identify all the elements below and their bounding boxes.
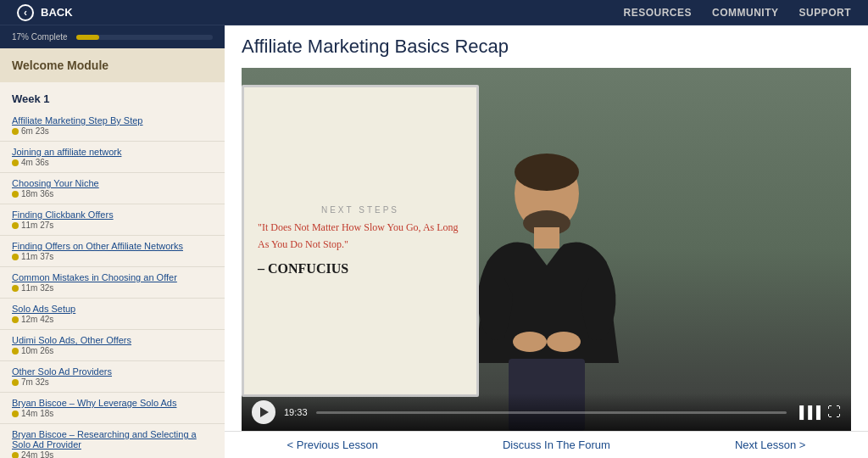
- lesson-duration: 24m 19s: [21, 450, 53, 458]
- list-item[interactable]: Other Solo Ad Providers 7m 32s: [0, 361, 225, 393]
- lesson-duration: 11m 32s: [21, 283, 53, 293]
- lesson-name: Other Solo Ad Providers: [12, 366, 213, 377]
- svg-point-8: [513, 332, 547, 352]
- lesson-meta: 18m 36s: [12, 189, 213, 198]
- instructor-figure: [453, 142, 640, 431]
- resources-link[interactable]: RESOURCES: [623, 7, 692, 19]
- back-button[interactable]: ‹ BACK: [17, 4, 73, 21]
- page-title: Affiliate Marketing Basics Recap: [242, 36, 851, 58]
- video-progress-track[interactable]: [316, 411, 787, 414]
- lesson-dot-icon: [12, 348, 19, 355]
- lesson-dot-icon: [12, 285, 19, 292]
- list-item[interactable]: Bryan Biscoe – Why Leverage Solo Ads 14m…: [0, 393, 225, 424]
- lesson-duration: 18m 36s: [21, 189, 53, 198]
- list-item[interactable]: Choosing Your Niche 18m 36s: [0, 173, 225, 204]
- play-button[interactable]: [252, 400, 275, 424]
- progress-bar-bg: [76, 35, 213, 40]
- main-layout: 17% Complete Welcome Module Week 1 Affil…: [0, 25, 868, 458]
- lesson-duration: 6m 23s: [21, 126, 49, 136]
- list-item[interactable]: Finding Clickbank Offers 11m 27s: [0, 204, 225, 236]
- lesson-name: Bryan Biscoe – Why Leverage Solo Ads: [12, 398, 213, 408]
- lesson-meta: 7m 32s: [12, 377, 213, 387]
- lesson-dot-icon: [12, 452, 19, 459]
- lesson-name: Common Mistakes in Choosing an Offer: [12, 272, 213, 282]
- list-item[interactable]: Bryan Biscoe – Researching and Selecting…: [0, 424, 225, 458]
- list-item[interactable]: Common Mistakes in Choosing an Offer 11m…: [0, 267, 225, 299]
- fullscreen-icon[interactable]: ⛶: [827, 405, 841, 420]
- lesson-dot-icon: [12, 411, 19, 417]
- svg-point-9: [547, 332, 581, 352]
- sidebar: 17% Complete Welcome Module Week 1 Affil…: [0, 25, 225, 458]
- support-link[interactable]: SUPPORT: [798, 7, 851, 19]
- lesson-dot-icon: [12, 254, 19, 260]
- content-header: Affiliate Marketing Basics Recap: [225, 25, 868, 68]
- svg-rect-7: [534, 227, 559, 249]
- lesson-dot-icon: [12, 128, 19, 135]
- content-area: Affiliate Marketing Basics Recap: [225, 25, 868, 458]
- lesson-duration: 4m 36s: [21, 158, 49, 167]
- lesson-name: Choosing Your Niche: [12, 178, 213, 188]
- prev-lesson-link[interactable]: < Previous Lesson: [287, 438, 378, 451]
- play-icon: [260, 407, 269, 417]
- list-item[interactable]: Finding Offers on Other Affiliate Networ…: [0, 236, 225, 267]
- lesson-meta: 14m 18s: [12, 409, 213, 418]
- back-circle-icon: ‹: [17, 4, 34, 21]
- video-background: NEXT STEPS "It Does Not Matter How Slow …: [242, 68, 851, 431]
- lesson-dot-icon: [12, 316, 19, 323]
- back-label: BACK: [41, 6, 73, 19]
- lesson-name: Joining an affiliate network: [12, 147, 213, 157]
- week-title: Week 1: [0, 82, 225, 110]
- lesson-dot-icon: [12, 222, 19, 229]
- lesson-dot-icon: [12, 191, 19, 198]
- list-item[interactable]: Solo Ads Setup 12m 42s: [0, 299, 225, 330]
- lesson-name: Finding Offers on Other Affiliate Networ…: [12, 241, 213, 251]
- bottom-nav: < Previous Lesson Discuss In The Forum N…: [225, 431, 868, 458]
- whiteboard: NEXT STEPS "It Does Not Matter How Slow …: [242, 85, 479, 397]
- module-title: Welcome Module: [0, 48, 225, 82]
- lesson-meta: 11m 27s: [12, 221, 213, 230]
- lesson-meta: 24m 19s: [12, 450, 213, 458]
- lesson-name: Solo Ads Setup: [12, 304, 213, 314]
- video-container[interactable]: NEXT STEPS "It Does Not Matter How Slow …: [242, 68, 851, 431]
- lesson-duration: 7m 32s: [21, 377, 49, 387]
- lesson-duration: 14m 18s: [21, 409, 53, 418]
- list-item[interactable]: Affiliate Marketing Step By Step 6m 23s: [0, 110, 225, 142]
- lesson-duration: 11m 37s: [21, 252, 53, 261]
- video-time: 19:33: [284, 407, 308, 417]
- lesson-name: Udimi Solo Ads, Other Offers: [12, 335, 213, 345]
- lesson-name: Bryan Biscoe – Researching and Selecting…: [12, 429, 213, 450]
- discuss-forum-link[interactable]: Discuss In The Forum: [503, 438, 610, 451]
- nav-links: RESOURCES COMMUNITY SUPPORT: [623, 7, 851, 19]
- video-right-controls: ▐▐▐ ⛶: [795, 405, 841, 420]
- lesson-meta: 10m 26s: [12, 346, 213, 355]
- lesson-duration: 10m 26s: [21, 346, 53, 355]
- lesson-meta: 4m 36s: [12, 158, 213, 167]
- lesson-name: Finding Clickbank Offers: [12, 209, 213, 220]
- svg-point-5: [515, 154, 579, 191]
- lesson-duration: 12m 42s: [21, 315, 53, 324]
- progress-section: 17% Complete: [0, 25, 225, 48]
- next-lesson-link[interactable]: Next Lesson >: [735, 438, 805, 451]
- lesson-meta: 6m 23s: [12, 126, 213, 136]
- lesson-meta: 12m 42s: [12, 315, 213, 324]
- progress-label: 17% Complete: [12, 32, 68, 42]
- whiteboard-top-text: NEXT STEPS: [258, 205, 463, 215]
- lesson-duration: 11m 27s: [21, 221, 53, 230]
- signal-icon: ▐▐▐: [795, 405, 821, 419]
- lesson-name: Affiliate Marketing Step By Step: [12, 115, 213, 126]
- video-controls: 19:33 ▐▐▐ ⛶: [242, 394, 851, 431]
- lesson-dot-icon: [12, 159, 19, 166]
- top-nav: ‹ BACK RESOURCES COMMUNITY SUPPORT: [0, 0, 868, 25]
- lessons-list: Affiliate Marketing Step By Step 6m 23s …: [0, 110, 225, 458]
- lesson-dot-icon: [12, 379, 19, 386]
- whiteboard-author: – CONFUCIUS: [258, 261, 463, 276]
- list-item[interactable]: Joining an affiliate network 4m 36s: [0, 142, 225, 173]
- progress-bar-fill: [76, 35, 99, 40]
- whiteboard-quote: "It Does Not Matter How Slow You Go, As …: [258, 220, 463, 252]
- community-link[interactable]: COMMUNITY: [712, 7, 779, 19]
- lesson-meta: 11m 37s: [12, 252, 213, 261]
- list-item[interactable]: Udimi Solo Ads, Other Offers 10m 26s: [0, 330, 225, 361]
- lesson-meta: 11m 32s: [12, 283, 213, 293]
